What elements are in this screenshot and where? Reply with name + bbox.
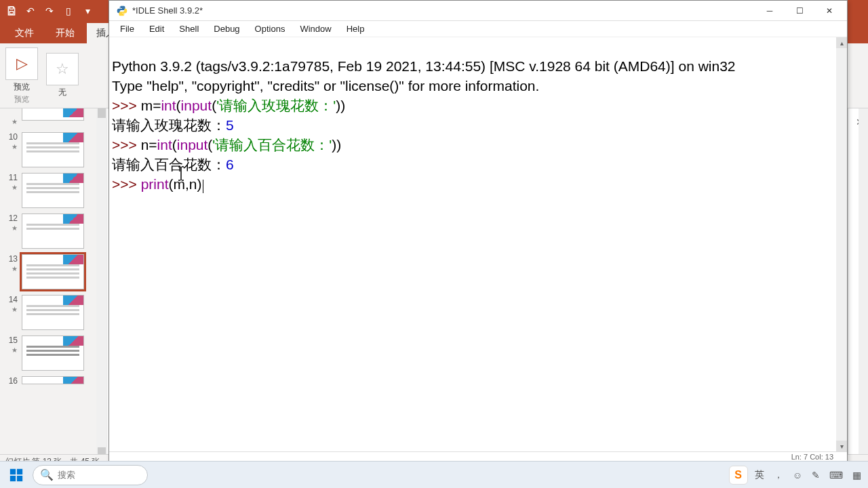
svg-point-2	[120, 6, 121, 7]
dropdown-icon[interactable]: ▾	[80, 3, 95, 18]
idle-vertical-scrollbar[interactable]: ▴ ▾	[836, 37, 847, 451]
menu-file[interactable]: File	[113, 22, 141, 35]
svg-rect-1	[9, 12, 13, 14]
svg-rect-6	[10, 475, 16, 481]
idle-text-area[interactable]: Python 3.9.2 (tags/v3.9.2:1a79785, Feb 1…	[109, 37, 847, 451]
stdout-line: 请输入玫瑰花数：	[112, 117, 226, 133]
tool-label: 预览	[14, 81, 30, 93]
idle-titlebar[interactable]: *IDLE Shell 3.9.2* ─ ☐ ✕	[109, 1, 847, 21]
menu-debug[interactable]: Debug	[207, 22, 246, 35]
slideshow-icon[interactable]: ▯	[61, 3, 76, 18]
maximize-button[interactable]: ☐	[785, 1, 814, 20]
shell-output[interactable]: Python 3.9.2 (tags/v3.9.2:1a79785, Feb 1…	[109, 37, 847, 196]
banner-line: Python 3.9.2 (tags/v3.9.2:1a79785, Feb 1…	[112, 58, 736, 74]
tool-label: 无	[58, 87, 66, 98]
menu-edit[interactable]: Edit	[142, 22, 171, 35]
ppt-slide-panel: 9★ 10★ 11★ 12★ 13★ 14★ 15★ 16	[0, 108, 107, 457]
start-button[interactable]	[4, 465, 28, 485]
menu-shell[interactable]: Shell	[172, 22, 205, 35]
slide-thumb-selected[interactable]	[22, 254, 84, 289]
menu-help[interactable]: Help	[340, 22, 372, 35]
slide-thumb[interactable]	[22, 132, 84, 167]
prompt: >>>	[112, 98, 141, 113]
tab-start[interactable]: 开始	[46, 23, 84, 43]
save-icon[interactable]	[4, 3, 19, 18]
slide-thumb[interactable]	[22, 336, 84, 371]
search-input[interactable]	[58, 470, 139, 480]
slide-thumb[interactable]	[22, 214, 84, 249]
tab-file[interactable]: 文件	[5, 23, 43, 43]
system-tray: S 英 ， ☺ ✎ ⌨ ▦	[729, 464, 864, 486]
redo-icon[interactable]: ↷	[42, 3, 57, 18]
stdout-line: 请输入百合花数：	[112, 157, 226, 172]
edit-icon[interactable]: ✎	[809, 470, 823, 481]
prompt: >>>	[112, 176, 141, 192]
ime-language[interactable]: 英	[752, 469, 767, 481]
windows-taskbar: 🔍 S 英 ， ☺ ✎ ⌨ ▦	[0, 461, 868, 488]
tool-sublabel: 预览	[14, 94, 29, 104]
grid-icon[interactable]: ▦	[850, 470, 864, 481]
vertical-scrollbar[interactable]	[859, 108, 868, 457]
svg-rect-4	[10, 468, 16, 474]
ime-sogou-icon[interactable]: S	[729, 466, 748, 485]
tool-preview[interactable]: ▷ 预览 预览	[5, 47, 38, 104]
taskbar-search[interactable]: 🔍	[33, 465, 148, 485]
slide-thumb[interactable]	[22, 295, 84, 330]
svg-rect-7	[17, 475, 22, 481]
undo-icon[interactable]: ↶	[23, 3, 38, 18]
scroll-up-icon[interactable]: ▴	[836, 37, 847, 48]
slide-thumb[interactable]	[22, 376, 84, 384]
scroll-down-icon[interactable]: ▾	[836, 441, 847, 451]
slide-thumb[interactable]	[22, 108, 84, 121]
menu-window[interactable]: Window	[293, 22, 338, 35]
ppt-right-pane: ✕	[848, 108, 868, 457]
close-button[interactable]: ✕	[814, 1, 844, 20]
slide-thumb[interactable]	[22, 173, 84, 208]
emoji-icon[interactable]: ☺	[790, 470, 805, 481]
minimize-button[interactable]: ─	[755, 1, 785, 20]
search-icon: 🔍	[40, 468, 54, 481]
menu-options[interactable]: Options	[248, 22, 292, 35]
tool-none[interactable]: ☆ 无	[46, 53, 79, 98]
svg-point-3	[123, 14, 124, 15]
svg-rect-0	[9, 7, 13, 9]
play-icon: ▷	[5, 47, 38, 80]
svg-rect-5	[17, 468, 22, 474]
user-input: 5	[226, 117, 234, 133]
python-icon	[116, 5, 128, 17]
prompt: >>>	[112, 137, 141, 152]
cursor-position: Ln: 7 Col: 13	[791, 453, 833, 461]
slide-panel-scrollbar[interactable]	[96, 108, 107, 457]
idle-menubar: File Edit Shell Debug Options Window Hel…	[109, 21, 847, 37]
keyboard-icon[interactable]: ⌨	[827, 470, 846, 481]
banner-line: Type "help", "copyright", "credits" or "…	[112, 78, 539, 94]
text-cursor	[203, 180, 203, 193]
idle-shell-window: *IDLE Shell 3.9.2* ─ ☐ ✕ File Edit Shell…	[108, 0, 848, 464]
user-input: 6	[226, 157, 234, 172]
ime-separator: ，	[771, 469, 786, 481]
star-icon: ☆	[46, 53, 79, 85]
window-title: *IDLE Shell 3.9.2*	[132, 5, 755, 16]
